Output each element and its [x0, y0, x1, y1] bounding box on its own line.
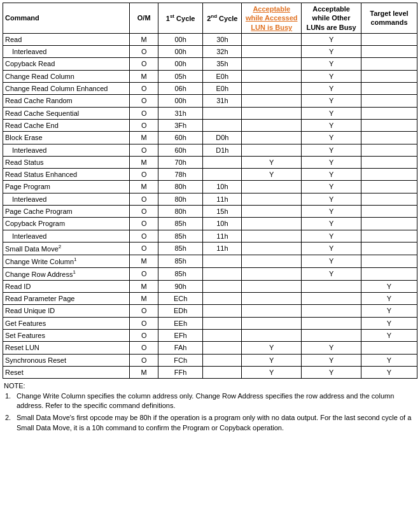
cell-acc-other: Y: [302, 70, 361, 82]
cell-target: Y: [361, 317, 417, 329]
cell-command: Page Program: [3, 181, 130, 193]
cell-command: Change Read Column Enhanced: [3, 83, 130, 95]
cell-target: [361, 206, 417, 218]
cell-acc-lun: [242, 95, 302, 107]
cell-om: O: [130, 144, 158, 156]
cell-command: Read Cache Sequential: [3, 107, 130, 119]
cell-cycle2: [203, 317, 242, 329]
table-row: Synchronous Reset O FCh Y Y Y: [3, 354, 417, 366]
cell-target: [361, 58, 417, 70]
cell-om: O: [130, 119, 158, 131]
cell-om: O: [130, 193, 158, 205]
cell-acc-lun: [242, 193, 302, 205]
cell-acc-other: Y: [302, 156, 361, 168]
cell-cycle1: EDh: [158, 305, 202, 317]
cell-om: O: [130, 107, 158, 119]
cell-acc-other: Y: [302, 366, 361, 378]
cell-om: M: [130, 255, 158, 267]
cell-target: [361, 46, 417, 58]
cell-acc-lun: [242, 305, 302, 317]
cell-cycle2: 11h: [203, 193, 242, 205]
cell-cycle1: 85h: [158, 267, 202, 280]
cell-acc-lun: [242, 230, 302, 242]
cell-command: Synchronous Reset: [3, 354, 130, 366]
table-row: Page Program M 80h 10h Y: [3, 181, 417, 193]
cell-command: Read Cache End: [3, 119, 130, 131]
table-row: Interleaved O 60h D1h Y: [3, 144, 417, 156]
cell-cycle2: 11h: [203, 230, 242, 242]
cell-acc-other: Y: [302, 267, 361, 280]
cell-cycle1: 3Fh: [158, 119, 202, 131]
cell-target: [361, 95, 417, 107]
cell-acc-other: Y: [302, 255, 361, 267]
note-label: NOTE:: [4, 381, 416, 391]
cell-cycle2: [203, 329, 242, 341]
cell-target: [361, 169, 417, 181]
cell-cycle2: [203, 169, 242, 181]
cell-acc-lun: [242, 293, 302, 305]
cell-command: Read ID: [3, 280, 130, 292]
table-row: Read ID M 90h Y: [3, 280, 417, 292]
cell-target: [361, 132, 417, 144]
cell-acc-lun: [242, 144, 302, 156]
cell-om: O: [130, 58, 158, 70]
cell-target: [361, 70, 417, 82]
cell-cycle2: 31h: [203, 95, 242, 107]
cell-command: Read Unique ID: [3, 305, 130, 317]
cell-command: Interleaved: [3, 230, 130, 242]
cell-cycle2: [203, 267, 242, 280]
cell-acc-other: Y: [302, 342, 361, 354]
cell-om: O: [130, 46, 158, 58]
cell-cycle2: 11h: [203, 242, 242, 255]
command-table: Command O/M 1st Cycle 2nd Cycle Acceptab…: [3, 3, 417, 379]
table-row: Interleaved O 80h 11h Y: [3, 193, 417, 205]
cell-cycle2: [203, 342, 242, 354]
cell-cycle1: 90h: [158, 280, 202, 292]
table-row: Interleaved O 00h 32h Y: [3, 46, 417, 58]
cell-cycle2: [203, 119, 242, 131]
cell-cycle1: 05h: [158, 70, 202, 82]
table-row: Reset LUN O FAh Y Y: [3, 342, 417, 354]
cell-acc-other: Y: [302, 46, 361, 58]
table-row: Copyback Program O 85h 10h Y: [3, 218, 417, 230]
cell-cycle2: [203, 293, 242, 305]
cell-target: [361, 342, 417, 354]
cell-cycle1: FCh: [158, 354, 202, 366]
cell-acc-lun: [242, 317, 302, 329]
cell-acc-other: Y: [302, 206, 361, 218]
note-item: 1.Change Write Column specifies the colu…: [4, 391, 416, 411]
cell-acc-other: Y: [302, 169, 361, 181]
cell-command: Read Cache Random: [3, 95, 130, 107]
table-row: Read Cache Sequential O 31h Y: [3, 107, 417, 119]
main-container: Command O/M 1st Cycle 2nd Cycle Acceptab…: [0, 0, 420, 440]
cell-acc-lun: [242, 33, 302, 45]
table-row: Change Row Address1 O 85h Y: [3, 267, 417, 280]
cell-acc-lun: [242, 206, 302, 218]
cell-acc-lun: [242, 70, 302, 82]
cell-cycle2: D1h: [203, 144, 242, 156]
cell-om: O: [130, 354, 158, 366]
cell-acc-lun: [242, 218, 302, 230]
cell-om: O: [130, 230, 158, 242]
cell-acc-other: Y: [302, 107, 361, 119]
cell-acc-lun: Y: [242, 342, 302, 354]
cell-acc-lun: [242, 255, 302, 267]
cell-cycle1: 85h: [158, 242, 202, 255]
cell-om: O: [130, 267, 158, 280]
cell-om: M: [130, 132, 158, 144]
cell-cycle2: 32h: [203, 46, 242, 58]
cell-target: [361, 181, 417, 193]
cell-cycle1: 85h: [158, 255, 202, 267]
cell-command: Interleaved: [3, 193, 130, 205]
table-row: Page Cache Program O 80h 15h Y: [3, 206, 417, 218]
header-cycle1: 1st Cycle: [158, 3, 202, 34]
cell-command: Reset: [3, 366, 130, 378]
cell-acc-other: Y: [302, 83, 361, 95]
cell-target: [361, 156, 417, 168]
table-row: Read Status Enhanced O 78h Y Y: [3, 169, 417, 181]
notes-section: NOTE: 1.Change Write Column specifies th…: [3, 379, 417, 438]
cell-om: O: [130, 242, 158, 255]
cell-target: [361, 218, 417, 230]
cell-om: M: [130, 156, 158, 168]
cell-acc-other: [302, 317, 361, 329]
